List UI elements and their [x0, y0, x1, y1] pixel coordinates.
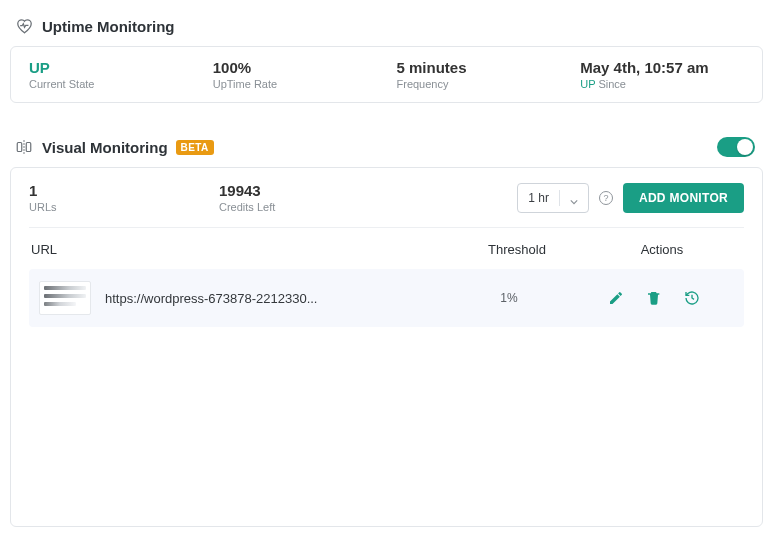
- visual-credits-stat: 19943 Credits Left: [219, 182, 409, 213]
- visual-toggle[interactable]: [717, 137, 755, 157]
- monitor-table-head: URL Threshold Actions: [29, 228, 744, 269]
- site-thumbnail: [39, 281, 91, 315]
- help-icon[interactable]: ?: [599, 191, 613, 205]
- visual-urls-value: 1: [29, 182, 219, 199]
- uptime-since-text: Since: [598, 78, 626, 90]
- uptime-since-prefix: UP: [580, 78, 595, 90]
- monitor-row: https://wordpress-673878-2212330... 1%: [29, 269, 744, 327]
- mirror-icon: [14, 137, 34, 157]
- monitor-threshold: 1%: [444, 291, 574, 305]
- uptime-since: May 4th, 10:57 am UP Since: [580, 59, 744, 90]
- uptime-frequency-label: Frequency: [397, 78, 561, 90]
- uptime-frequency-value: 5 minutes: [397, 59, 561, 76]
- uptime-since-value: May 4th, 10:57 am: [580, 59, 744, 76]
- svg-rect-0: [17, 143, 22, 152]
- svg-rect-1: [26, 143, 31, 152]
- uptime-panel: UP Current State 100% UpTime Rate 5 minu…: [10, 46, 763, 103]
- uptime-state-value: UP: [29, 59, 193, 76]
- trash-icon[interactable]: [646, 290, 662, 306]
- beta-badge: BETA: [176, 140, 214, 155]
- visual-title: Visual Monitoring: [42, 139, 168, 156]
- edit-icon[interactable]: [608, 290, 624, 306]
- visual-credits-value: 19943: [219, 182, 409, 199]
- visual-urls-stat: 1 URLs: [29, 182, 219, 213]
- uptime-rate: 100% UpTime Rate: [213, 59, 377, 90]
- uptime-title: Uptime Monitoring: [42, 18, 174, 35]
- add-monitor-button[interactable]: ADD MONITOR: [623, 183, 744, 213]
- uptime-state-label: Current State: [29, 78, 193, 90]
- divider: [559, 190, 560, 206]
- uptime-frequency: 5 minutes Frequency: [397, 59, 561, 90]
- col-threshold: Threshold: [452, 242, 582, 257]
- visual-top-stats: 1 URLs 19943 Credits Left 1 hr ? ADD MON…: [29, 182, 744, 228]
- history-icon[interactable]: [684, 290, 700, 306]
- toggle-knob: [737, 139, 753, 155]
- heartbeat-icon: [14, 16, 34, 36]
- visual-credits-label: Credits Left: [219, 201, 409, 213]
- uptime-state: UP Current State: [29, 59, 193, 90]
- col-actions: Actions: [582, 242, 742, 257]
- visual-urls-label: URLs: [29, 201, 219, 213]
- uptime-since-label: UP Since: [580, 78, 744, 90]
- uptime-section-header: Uptime Monitoring: [10, 16, 763, 36]
- uptime-rate-value: 100%: [213, 59, 377, 76]
- col-url: URL: [31, 242, 452, 257]
- monitor-actions: [574, 290, 734, 306]
- visual-section-header: Visual Monitoring BETA: [10, 137, 763, 157]
- visual-right-controls: 1 hr ? ADD MONITOR: [517, 183, 744, 213]
- chevron-down-icon: [570, 194, 578, 202]
- frequency-dropdown[interactable]: 1 hr: [517, 183, 589, 213]
- frequency-selected: 1 hr: [528, 191, 549, 205]
- monitor-url: https://wordpress-673878-2212330...: [105, 291, 317, 306]
- visual-panel: 1 URLs 19943 Credits Left 1 hr ? ADD MON…: [10, 167, 763, 527]
- uptime-rate-label: UpTime Rate: [213, 78, 377, 90]
